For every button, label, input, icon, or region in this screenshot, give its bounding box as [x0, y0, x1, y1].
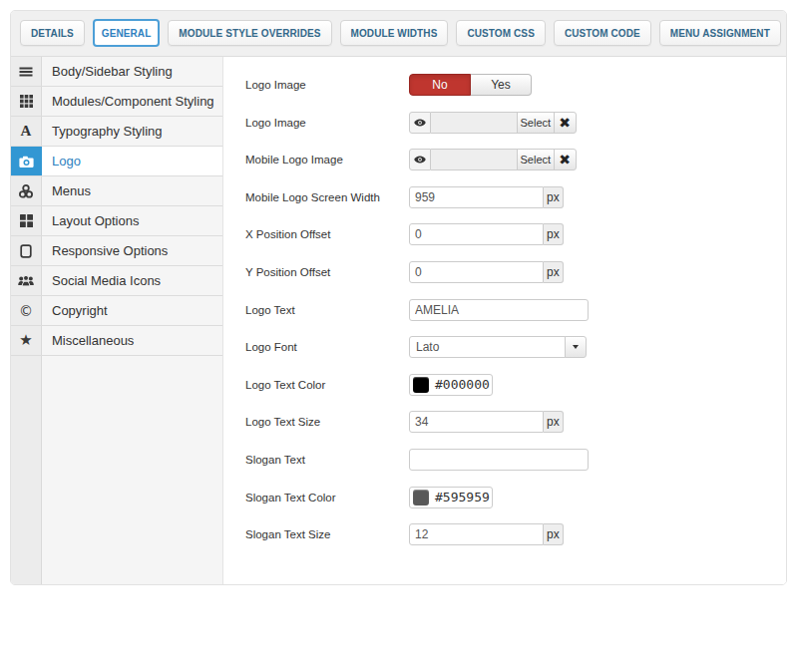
unit-addon: px — [544, 186, 564, 208]
eye-icon — [414, 156, 426, 164]
sidebar-item-layout-options[interactable]: Layout Options — [11, 206, 222, 236]
logo-text-size-input[interactable] — [409, 411, 544, 433]
copyright-icon: © — [11, 296, 42, 325]
sidebar-item-label: Miscellaneous — [42, 326, 222, 355]
tab-custom-css[interactable]: CUSTOM CSS — [456, 20, 546, 46]
select-dropdown-button[interactable] — [565, 336, 587, 358]
tab-menu-assignment[interactable]: MENU ASSIGNMENT — [659, 20, 781, 46]
color-swatch — [413, 377, 429, 393]
tab-bar: DETAILS GENERAL MODULE STYLE OVERRIDES M… — [11, 11, 786, 57]
grid-2x2-icon — [11, 206, 42, 235]
sidebar-item-body-sidebar-styling[interactable]: Body/Sidebar Styling — [11, 57, 222, 87]
logo-image-toggle: No Yes — [409, 74, 532, 96]
sidebar-item-label: Social Media Icons — [42, 266, 222, 295]
sidebar-filler — [11, 356, 222, 584]
field-label: Slogan Text Size — [245, 528, 409, 540]
y-position-offset-input[interactable] — [409, 261, 544, 283]
form-row-mobile-logo-screen-width: Mobile Logo Screen Width px — [245, 186, 786, 208]
clear-image-button[interactable]: ✖ — [554, 112, 577, 134]
sidebar-item-label: Copyright — [42, 296, 222, 325]
sidebar-item-label: Menus — [42, 176, 222, 205]
menu-bars-icon — [11, 57, 42, 86]
field-label: Logo Image — [245, 79, 409, 91]
field-label: Logo Image — [245, 117, 409, 129]
selected-font-value: Lato — [409, 336, 566, 358]
users-icon — [11, 266, 42, 295]
color-hex-value: #000000 — [435, 377, 490, 392]
form-row-logo-font: Logo Font Lato — [245, 336, 786, 358]
letter-a-icon: A — [11, 117, 42, 146]
sidebar-item-miscellaneous[interactable]: ★ Miscellaneous — [11, 326, 222, 356]
sidebar-item-label: Responsive Options — [42, 236, 222, 265]
slogan-text-size-input[interactable] — [409, 523, 544, 545]
unit-addon: px — [544, 411, 564, 433]
tab-custom-code[interactable]: CUSTOM CODE — [554, 20, 651, 46]
form-row-y-position-offset: Y Position Offset px — [245, 261, 786, 283]
logo-text-color-field[interactable]: #000000 — [409, 374, 493, 396]
settings-form: Logo Image No Yes Logo Image Select ✖ — [223, 57, 786, 584]
form-row-logo-image-media: Logo Image Select ✖ — [245, 112, 786, 134]
sidebar-item-label: Typography Styling — [42, 117, 222, 146]
logo-image-input[interactable] — [431, 112, 518, 134]
select-image-button[interactable]: Select — [518, 112, 555, 134]
panel-body: Body/Sidebar Styling Modules/Component S… — [11, 57, 786, 584]
form-row-logo-image-toggle: Logo Image No Yes — [245, 74, 786, 96]
sidebar-item-social-media-icons[interactable]: Social Media Icons — [11, 266, 222, 296]
select-image-button[interactable]: Select — [518, 149, 555, 170]
preview-button[interactable] — [409, 149, 431, 170]
tab-module-widths[interactable]: MODULE WIDTHS — [340, 20, 449, 46]
logo-font-select[interactable]: Lato — [409, 336, 587, 358]
color-hex-value: #595959 — [435, 490, 490, 504]
toggle-no-button[interactable]: No — [409, 74, 471, 96]
form-row-logo-text-color: Logo Text Color #000000 — [245, 374, 786, 396]
preview-button[interactable] — [409, 112, 431, 134]
sidebar-item-typography-styling[interactable]: A Typography Styling — [11, 117, 222, 147]
unit-addon: px — [544, 523, 564, 545]
field-label: Logo Text — [245, 304, 409, 316]
tab-details[interactable]: DETAILS — [20, 20, 85, 46]
mobile-logo-image-media-field: Select ✖ — [409, 149, 577, 170]
tab-general[interactable]: GENERAL — [93, 19, 161, 47]
mobile-logo-image-input[interactable] — [431, 149, 518, 170]
tablet-icon — [11, 236, 42, 265]
circles-icon — [11, 176, 42, 205]
camera-icon — [11, 147, 42, 175]
grid-3x3-icon — [11, 87, 42, 116]
sidebar-item-copyright[interactable]: © Copyright — [11, 296, 222, 326]
form-row-logo-text: Logo Text — [245, 299, 786, 321]
slogan-text-input[interactable] — [409, 449, 589, 471]
form-row-slogan-text-color: Slogan Text Color #595959 — [245, 487, 786, 508]
slogan-text-color-field[interactable]: #595959 — [409, 487, 493, 508]
field-label: Y Position Offset — [245, 266, 409, 278]
star-icon: ★ — [11, 326, 42, 355]
toggle-yes-button[interactable]: Yes — [471, 74, 532, 96]
sidebar-item-logo[interactable]: Logo — [11, 147, 222, 176]
clear-image-button[interactable]: ✖ — [554, 149, 577, 170]
form-row-x-position-offset: X Position Offset px — [245, 223, 786, 245]
form-row-slogan-text: Slogan Text — [245, 449, 786, 471]
logo-text-input[interactable] — [409, 299, 589, 321]
field-label: Logo Text Size — [245, 416, 409, 428]
sidebar-item-modules-component-styling[interactable]: Modules/Component Styling — [11, 87, 222, 117]
field-label: Mobile Logo Screen Width — [245, 191, 409, 203]
sidebar-item-label: Modules/Component Styling — [42, 87, 222, 116]
field-label: Logo Font — [245, 341, 409, 353]
mobile-logo-screen-width-input[interactable] — [409, 186, 544, 208]
sidebar-item-label: Body/Sidebar Styling — [42, 57, 222, 86]
tab-module-style-overrides[interactable]: MODULE STYLE OVERRIDES — [168, 20, 331, 46]
logo-image-media-field: Select ✖ — [409, 112, 577, 134]
sidebar-item-menus[interactable]: Menus — [11, 176, 222, 206]
caret-down-icon — [573, 345, 579, 349]
field-label: Slogan Text — [245, 454, 409, 466]
eye-icon — [414, 119, 426, 127]
field-label: Mobile Logo Image — [245, 154, 409, 166]
unit-addon: px — [544, 223, 564, 245]
unit-addon: px — [544, 261, 564, 283]
x-position-offset-input[interactable] — [409, 223, 544, 245]
sidebar-item-label: Layout Options — [42, 206, 222, 235]
form-row-mobile-logo-image: Mobile Logo Image Select ✖ — [245, 149, 786, 170]
sidebar-item-responsive-options[interactable]: Responsive Options — [11, 236, 222, 266]
form-row-logo-text-size: Logo Text Size px — [245, 411, 786, 433]
settings-sidebar: Body/Sidebar Styling Modules/Component S… — [11, 57, 223, 584]
field-label: Slogan Text Color — [245, 492, 409, 504]
